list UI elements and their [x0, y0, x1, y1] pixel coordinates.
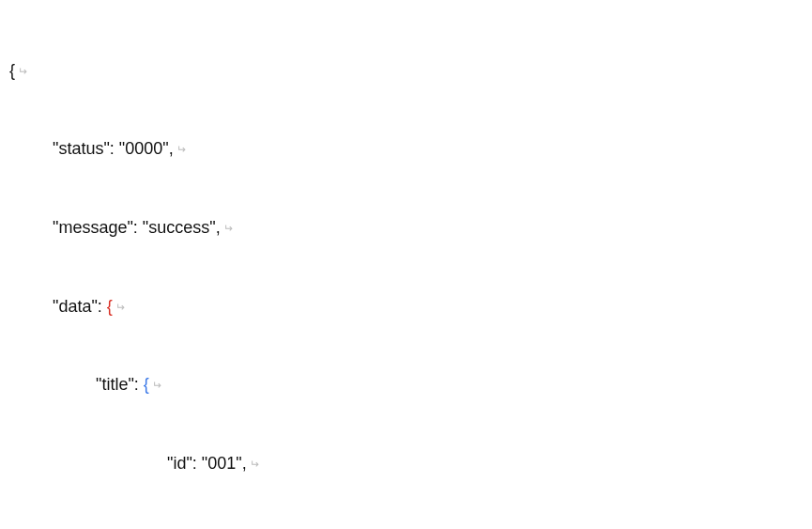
key-data: data	[53, 297, 98, 316]
return-mark-icon: ↵	[223, 220, 233, 238]
value-message: success	[143, 218, 216, 237]
line-status: status: 0000,↵	[9, 136, 803, 163]
key-message: message	[53, 218, 133, 237]
key-id: id	[167, 454, 192, 473]
line-title-id: id: 001,↵	[9, 451, 803, 477]
return-mark-icon: ↵	[18, 63, 27, 81]
return-mark-icon: ↵	[250, 456, 259, 474]
json-code-block: {↵ status: 0000,↵ message: success,↵ dat…	[0, 0, 812, 529]
return-mark-icon: ↵	[115, 299, 125, 317]
line-message: message: success,↵	[9, 215, 803, 241]
key-status: status	[53, 139, 110, 158]
return-mark-icon: ↵	[176, 141, 186, 159]
line-brace-open-root: {↵	[9, 58, 803, 85]
return-mark-icon: ↵	[152, 377, 161, 395]
line-data-open: data: {↵	[9, 294, 803, 320]
value-title-id: 001	[202, 454, 242, 473]
value-status: 0000	[119, 139, 169, 158]
key-title: title	[96, 375, 134, 394]
line-title-open: title: {↵	[9, 372, 803, 398]
